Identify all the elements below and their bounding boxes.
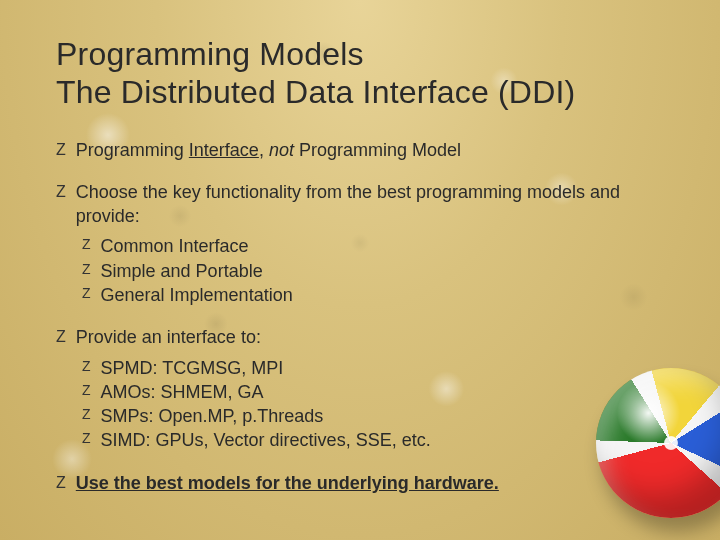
list-item: ZProgramming Interface, not Programming …: [56, 138, 664, 162]
bullet-list: ZProgramming Interface, not Programming …: [56, 138, 664, 496]
sub-bullet-list: ZCommon InterfaceZSimple and PortableZGe…: [82, 234, 664, 307]
list-item: ZSIMD: GPUs, Vector directives, SSE, etc…: [82, 428, 664, 452]
list-item: ZUse the best models for the underlying …: [56, 471, 664, 495]
bullet-glyph-icon: Z: [56, 325, 66, 349]
bullet-text: Use the best models for the underlying h…: [76, 471, 499, 495]
list-item: ZProvide an interface to:ZSPMD: TCGMSG, …: [56, 325, 664, 452]
list-item: ZGeneral Implementation: [82, 283, 664, 307]
bullet-text: SPMD: TCGMSG, MPI: [101, 356, 284, 380]
bullet-text: General Implementation: [101, 283, 293, 307]
bullet-glyph-icon: Z: [82, 380, 91, 402]
bullet-glyph-icon: Z: [82, 404, 91, 426]
bullet-glyph-icon: Z: [82, 356, 91, 378]
list-item: ZSPMD: TCGMSG, MPI: [82, 356, 664, 380]
bullet-glyph-icon: Z: [82, 283, 91, 305]
bullet-text: Common Interface: [101, 234, 249, 258]
list-item: ZCommon Interface: [82, 234, 664, 258]
title-line-2: The Distributed Data Interface (DDI): [56, 74, 664, 112]
list-item: ZSMPs: Open.MP, p.Threads: [82, 404, 664, 428]
list-item: ZSimple and Portable: [82, 259, 664, 283]
bullet-text: Simple and Portable: [101, 259, 263, 283]
sub-bullet-list: ZSPMD: TCGMSG, MPIZAMOs: SHMEM, GAZSMPs:…: [82, 356, 664, 453]
bullet-text: Choose the key functionality from the be…: [76, 180, 664, 229]
list-item: ZChoose the key functionality from the b…: [56, 180, 664, 307]
slide-body: ZProgramming Interface, not Programming …: [56, 138, 664, 496]
bullet-glyph-icon: Z: [82, 428, 91, 450]
list-item: ZAMOs: SHMEM, GA: [82, 380, 664, 404]
bullet-text: SMPs: Open.MP, p.Threads: [101, 404, 324, 428]
bullet-glyph-icon: Z: [82, 259, 91, 281]
title-line-1: Programming Models: [56, 36, 664, 74]
bullet-glyph-icon: Z: [56, 471, 66, 495]
bullet-text: Provide an interface to:: [76, 325, 261, 349]
bullet-text: Programming Interface, not Programming M…: [76, 138, 461, 162]
slide-title: Programming Models The Distributed Data …: [56, 36, 664, 112]
bullet-glyph-icon: Z: [56, 180, 66, 204]
bullet-text: SIMD: GPUs, Vector directives, SSE, etc.: [101, 428, 431, 452]
bullet-glyph-icon: Z: [56, 138, 66, 162]
slide: Programming Models The Distributed Data …: [0, 0, 720, 540]
bullet-text: AMOs: SHMEM, GA: [101, 380, 264, 404]
bullet-glyph-icon: Z: [82, 234, 91, 256]
